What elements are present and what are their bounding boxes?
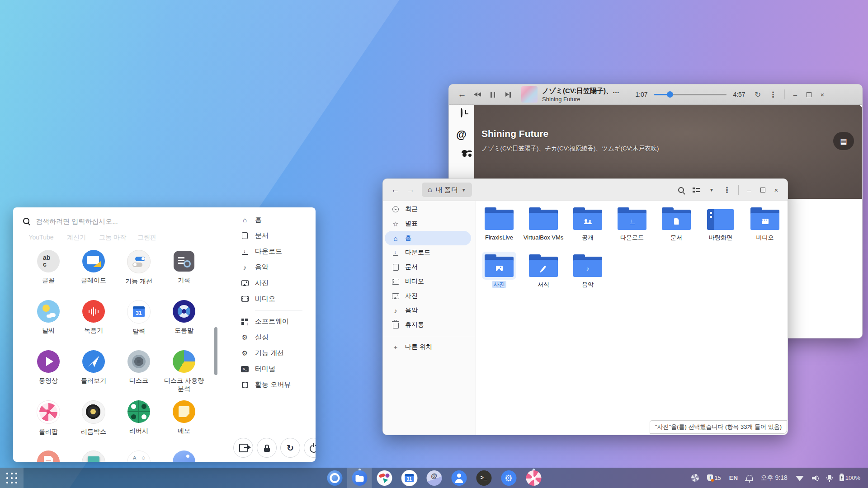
recent-tab[interactable] <box>461 109 462 117</box>
app-characters[interactable] <box>116 447 161 462</box>
player-close-button[interactable]: × <box>816 88 829 101</box>
tray-lollypop-indicator[interactable] <box>687 468 703 488</box>
player-maximize-button[interactable] <box>802 88 816 101</box>
repeat-button[interactable]: ↻ <box>750 87 765 102</box>
search-button[interactable] <box>673 182 689 197</box>
files-close-button[interactable]: × <box>769 183 783 197</box>
folder-item[interactable]: ♪ 음악 <box>566 252 610 299</box>
app-grid-button[interactable] <box>0 468 24 488</box>
app-sticky-notes[interactable] <box>71 447 116 462</box>
microphone-status[interactable] <box>824 468 835 488</box>
taskbar-contacts[interactable] <box>447 468 472 488</box>
nav-tweaks[interactable]: ⚙기능 개선 <box>230 345 316 361</box>
logout-button[interactable] <box>233 438 253 458</box>
app-rhythmbox[interactable]: 리듬박스 <box>71 397 116 447</box>
taskbar-chromium[interactable] <box>322 468 347 488</box>
nav-home[interactable]: ⌂홈 <box>230 212 316 228</box>
taskbar-shapes-app[interactable] <box>372 468 397 488</box>
search-input[interactable] <box>35 217 181 225</box>
folder-item[interactable]: FiraxisLive <box>477 205 521 252</box>
player-back-button[interactable]: ← <box>454 87 470 102</box>
folder-item[interactable]: 서식 <box>521 252 566 299</box>
next-track-button[interactable] <box>500 87 516 102</box>
nav-activities-overview[interactable]: 활동 오버뷰 <box>230 377 316 393</box>
nav-terminal[interactable]: 터미널 <box>230 361 316 377</box>
pause-button[interactable] <box>485 87 500 102</box>
nav-downloads[interactable]: 다운로드 <box>230 244 316 259</box>
app-help[interactable]: 도움말 <box>161 296 207 347</box>
files-content-area[interactable]: FiraxisLive VirtualBox VMs 공개 다운로드 <box>476 201 788 435</box>
nav-software[interactable]: 소프트웨어 <box>230 314 316 329</box>
taskbar-mail[interactable] <box>422 468 447 488</box>
app-recorder[interactable]: 녹음기 <box>71 296 116 347</box>
app-reversi[interactable]: 리버시 <box>116 397 161 447</box>
nav-videos[interactable]: 비디오 <box>230 291 316 307</box>
sidebar-item-downloads[interactable]: 다운로드 <box>385 245 471 260</box>
clock[interactable]: 오후 9:18 <box>757 468 792 488</box>
sidebar-item-recent[interactable]: 최근 <box>385 202 471 216</box>
tray-updates[interactable]: 15 <box>703 468 725 488</box>
files-maximize-button[interactable] <box>756 183 769 197</box>
keyboard-layout-indicator[interactable]: EN <box>725 468 742 488</box>
wifi-status[interactable] <box>792 468 808 488</box>
app-disk-usage[interactable]: 디스크 사용량 분석 <box>161 347 207 397</box>
files-back-button[interactable]: ← <box>387 182 403 197</box>
battery-status[interactable]: 100% <box>835 468 864 488</box>
folder-item[interactable]: 바탕화면 <box>698 205 743 252</box>
app-photos[interactable] <box>161 447 207 462</box>
nav-music[interactable]: ♪음악 <box>230 259 316 275</box>
app-lollypop[interactable]: 롤리팝 <box>26 397 71 447</box>
volume-status[interactable] <box>808 468 824 488</box>
nav-documents[interactable]: 문서 <box>230 228 316 244</box>
app-memo[interactable]: 메모 <box>161 397 207 447</box>
folder-item[interactable]: 문서 <box>654 205 698 252</box>
breadcrumb[interactable]: ⌂ 내 폴더 ▼ <box>422 183 472 197</box>
nav-pictures[interactable]: 사진 <box>230 275 316 291</box>
app-fonts[interactable]: 글꼴 <box>26 246 71 296</box>
app-tweaks[interactable]: 기능 개선 <box>116 246 161 296</box>
sidebar-item-starred[interactable]: ☆별표 <box>385 216 471 231</box>
play-queue-button[interactable]: ▤ <box>833 132 854 150</box>
files-minimize-button[interactable]: – <box>742 183 756 197</box>
view-options-button[interactable]: ▼ <box>704 182 719 197</box>
player-minimize-button[interactable]: – <box>788 88 802 101</box>
app-glade[interactable]: 글레이드 <box>71 246 116 296</box>
previous-track-button[interactable] <box>470 87 485 102</box>
suggestions-tab[interactable]: @ <box>456 130 466 140</box>
sidebar-item-videos[interactable]: 비디오 <box>385 274 471 289</box>
launcher-search[interactable] <box>23 216 230 226</box>
sidebar-item-pictures[interactable]: 사진 <box>385 289 471 303</box>
folder-item-selected[interactable]: 사진 <box>477 252 521 299</box>
files-menu-button[interactable]: ⋮ <box>719 182 735 197</box>
app-document-viewer[interactable] <box>26 447 71 462</box>
power-button[interactable] <box>304 438 316 458</box>
files-headerbar[interactable]: ← → ⌂ 내 폴더 ▼ ▼ ⋮ – × <box>383 179 788 201</box>
sidebar-item-home[interactable]: ⌂홈 <box>385 231 471 245</box>
sidebar-item-music[interactable]: ♪음악 <box>385 303 471 318</box>
taskbar-lollypop[interactable] <box>521 468 546 488</box>
taskbar-calendar[interactable]: 31 <box>397 468 422 488</box>
files-forward-button[interactable]: → <box>403 182 418 197</box>
restart-button[interactable]: ↻ <box>280 438 300 458</box>
folder-item[interactable]: 공개 <box>566 205 610 252</box>
taskbar-files-active[interactable] <box>347 468 372 488</box>
app-tour[interactable]: 둘러보기 <box>71 347 116 397</box>
notifications-button[interactable] <box>742 468 757 488</box>
player-menu-button[interactable]: ⋮ <box>765 87 781 102</box>
app-disks[interactable]: 디스크 <box>116 347 161 397</box>
app-weather[interactable]: 날씨 <box>26 296 71 347</box>
nav-settings[interactable]: ⚙설정 <box>230 329 316 345</box>
folder-item[interactable]: VirtualBox VMs <box>521 205 566 252</box>
app-videos[interactable]: 동영상 <box>26 347 71 397</box>
sidebar-item-documents[interactable]: 문서 <box>385 260 471 274</box>
app-logs[interactable]: 기록 <box>161 246 207 296</box>
taskbar-terminal[interactable]: >_ <box>472 468 496 488</box>
sidebar-item-trash[interactable]: 휴지통 <box>385 318 471 332</box>
seek-slider[interactable] <box>654 94 726 95</box>
app-calendar[interactable]: 31달력 <box>116 296 161 347</box>
view-toggle-button[interactable] <box>689 182 704 197</box>
sidebar-item-other-locations[interactable]: +다른 위치 <box>385 340 471 354</box>
taskbar-settings[interactable]: ⚙ <box>496 468 521 488</box>
folder-item[interactable]: 다운로드 <box>610 205 654 252</box>
folder-item[interactable]: 비디오 <box>743 205 787 252</box>
